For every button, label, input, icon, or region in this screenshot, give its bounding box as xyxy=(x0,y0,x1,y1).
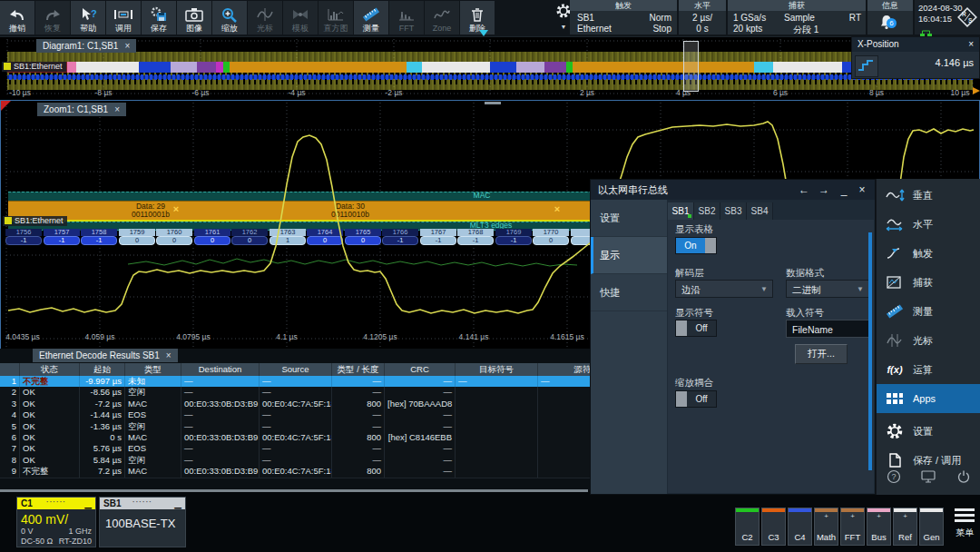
sidebar-item-apps[interactable]: Apps xyxy=(877,384,980,413)
minimize-icon[interactable]: ▁ xyxy=(174,498,181,509)
dialog-scrollbar[interactable] xyxy=(868,232,872,470)
toggle-knob xyxy=(705,238,716,253)
diagram1-close-icon[interactable]: × xyxy=(124,41,130,51)
menu-button[interactable]: 菜单 xyxy=(951,506,978,539)
mask-icon xyxy=(290,5,310,24)
serial-bus1-badge[interactable]: SB1······▁ 100BASE-TX xyxy=(99,497,186,547)
zoom-area-box[interactable] xyxy=(683,41,699,92)
channel3-button[interactable]: C3 xyxy=(761,508,786,546)
diagram1-bus-label[interactable]: SB1:Ethernet xyxy=(2,62,66,72)
acquisition-status-block[interactable]: 捕获 1 GSa/s Sample RT 20 kpts 分段 1 xyxy=(728,0,866,34)
sidebar-item-acquire[interactable]: 捕获 xyxy=(877,268,980,297)
table-row[interactable]: 8OK5.84 µs空闲———— xyxy=(0,455,690,467)
decode-layer-dropdown[interactable]: 边沿▼ xyxy=(675,280,773,298)
column-header[interactable]: Destination xyxy=(181,363,260,376)
results-tab[interactable]: Ethernet Decode Results SB1× xyxy=(33,349,178,362)
column-header[interactable]: Source xyxy=(260,363,332,376)
x-position-value[interactable]: 4.146 µs xyxy=(936,57,974,68)
sidebar-item-settings[interactable]: 设置 xyxy=(877,417,980,446)
sidebar-item-horizontal[interactable]: 水平 xyxy=(877,210,980,239)
fft-button[interactable]: +FFT xyxy=(840,508,865,546)
sidebar-item-vertical[interactable]: 垂直 xyxy=(877,181,980,210)
channel1-badge[interactable]: C1······▁ 400 mV/ 0 V1 GHz DC-50 ΩRT-ZD1… xyxy=(16,497,96,547)
zoom-button[interactable]: 缩放 xyxy=(212,1,247,34)
channel4-button[interactable]: C4 xyxy=(788,508,812,546)
dialog-minimize-button[interactable]: _ xyxy=(835,180,853,200)
screenshot-button[interactable]: 图像 xyxy=(177,1,211,34)
channel2-button[interactable]: C2 xyxy=(735,508,760,546)
histogram-icon xyxy=(327,5,345,24)
diagram1-tab[interactable]: Diagram1: C1,SB1× xyxy=(36,39,136,53)
sidebar-item-math[interactable]: f(x)运算 xyxy=(877,355,980,384)
help-circle-icon[interactable]: ? xyxy=(887,469,901,488)
horizontal-status-block[interactable]: 水平 2 µs/ 0 s xyxy=(679,0,726,34)
undo-button[interactable]: 撤销 xyxy=(0,1,34,34)
dialog-back-button[interactable]: ← xyxy=(795,180,813,200)
bus-button[interactable]: +Bus xyxy=(867,508,891,546)
zoom1-tab[interactable]: Zoom1: C1,SB1× xyxy=(37,103,126,116)
help-button[interactable]: ?帮助 xyxy=(71,1,105,34)
zoom-coupling-toggle[interactable]: Off xyxy=(675,390,717,408)
zoom1-bus-label[interactable]: SB1:Ethernet xyxy=(3,216,67,226)
column-header[interactable]: 目标符号 xyxy=(456,363,538,376)
trigger-status-block[interactable]: 触发 SB1 Norm Ethernet Stop xyxy=(570,0,677,34)
x-position-close-icon[interactable]: × xyxy=(968,37,974,52)
sidebar-item-measure[interactable]: 测量 xyxy=(877,297,980,326)
power-icon[interactable] xyxy=(956,469,971,488)
table-row[interactable]: 7OK5.76 µsEOS———— xyxy=(0,443,690,455)
dialog-nav-shortcuts[interactable]: 快捷 xyxy=(591,274,667,311)
tab-sb2[interactable]: SB2 xyxy=(694,202,720,220)
delete-button[interactable]: 删除 xyxy=(460,1,495,34)
math-button[interactable]: +Math xyxy=(814,508,838,546)
horizontal-status-title: 水平 xyxy=(679,0,726,11)
table-row[interactable]: 2OK-8.56 µs空闲———— xyxy=(0,387,690,399)
tab-sb4[interactable]: SB4 xyxy=(747,202,773,220)
table-row[interactable]: 6OK0 sMAC00:E0:33:0B:D3:B900:E0:4C:7A:5F… xyxy=(0,432,690,444)
zoom1-close-icon[interactable]: × xyxy=(114,104,120,114)
table-row[interactable]: 5OK-1.36 µs空闲———— xyxy=(0,421,690,433)
info-status-block[interactable]: 信息 6 xyxy=(867,0,913,34)
measure-icon xyxy=(877,304,913,319)
sidebar-item-trigger[interactable]: 触发 xyxy=(877,239,980,268)
column-header[interactable]: 状态 xyxy=(20,363,80,376)
data-format-dropdown[interactable]: 二进制▼ xyxy=(786,280,869,298)
table-row[interactable]: 9不完整7.2 µsMAC00:E0:33:0B:D3:B900:E0:4C:7… xyxy=(0,466,690,478)
column-header[interactable]: 类型 / 长度 xyxy=(332,363,385,376)
x-position-panel: X-Position× 4.146 µs xyxy=(851,36,980,79)
table-row[interactable]: 4OK-1.44 µsEOS———— xyxy=(0,409,690,421)
gen-button[interactable]: Gen xyxy=(919,508,944,546)
symbols-filename-input[interactable]: FileName xyxy=(786,320,869,338)
mlt3-edge-pill: 1766-1 xyxy=(382,229,418,244)
sidebar-item-cursor[interactable]: 光标 xyxy=(877,326,980,355)
measure-button[interactable]: 测量 xyxy=(354,1,388,34)
tab-sb3[interactable]: SB3 xyxy=(720,202,747,220)
display-icon[interactable] xyxy=(920,469,936,488)
dialog-nav-display[interactable]: 显示 xyxy=(591,237,667,274)
diagram1-window[interactable]: Diagram1: C1,SB1× SB1:Ethernet -10 µs -8… xyxy=(0,36,980,101)
dialog-nav-setup[interactable]: 设置 xyxy=(591,200,667,237)
tab-sb1[interactable]: SB1 xyxy=(668,202,694,220)
table-row[interactable]: 1不完整-9.997 µs未知—————— xyxy=(0,376,690,388)
dialog-forward-button[interactable]: → xyxy=(815,180,833,200)
notification-bell-icon[interactable]: 6 xyxy=(878,14,895,34)
recall-button[interactable]: 调用 xyxy=(106,1,141,34)
scrollbar-handle-top[interactable] xyxy=(485,102,501,104)
dialog-close-button[interactable]: × xyxy=(853,180,871,200)
dialog-titlebar[interactable]: 以太网串行总线 ← → _ × xyxy=(591,180,875,200)
show-table-label: 显示表格 xyxy=(675,223,713,236)
column-header[interactable]: 类型 xyxy=(125,363,181,376)
column-header[interactable]: CRC xyxy=(385,363,456,376)
column-header[interactable]: 起始 xyxy=(80,363,125,376)
show-symbols-toggle[interactable]: Off xyxy=(675,320,717,337)
results-close-icon[interactable]: × xyxy=(166,350,172,360)
chevron-down-icon: ▼ xyxy=(760,281,768,299)
show-table-toggle[interactable]: On xyxy=(675,237,717,254)
table-row[interactable]: 3OK-7.2 µsMAC00:E0:33:0B:D3:B900:E0:4C:7… xyxy=(0,399,690,410)
trigger-position-marker[interactable] xyxy=(479,30,488,36)
save-button[interactable]: 保存 xyxy=(142,1,176,34)
ref-button[interactable]: +Ref xyxy=(893,508,917,546)
open-file-button[interactable]: 打开... xyxy=(795,344,848,364)
table-scrollbar[interactable] xyxy=(0,489,588,492)
zoom-coupling-label: 缩放耦合 xyxy=(675,377,713,389)
minimize-icon[interactable]: ▁ xyxy=(84,498,92,509)
